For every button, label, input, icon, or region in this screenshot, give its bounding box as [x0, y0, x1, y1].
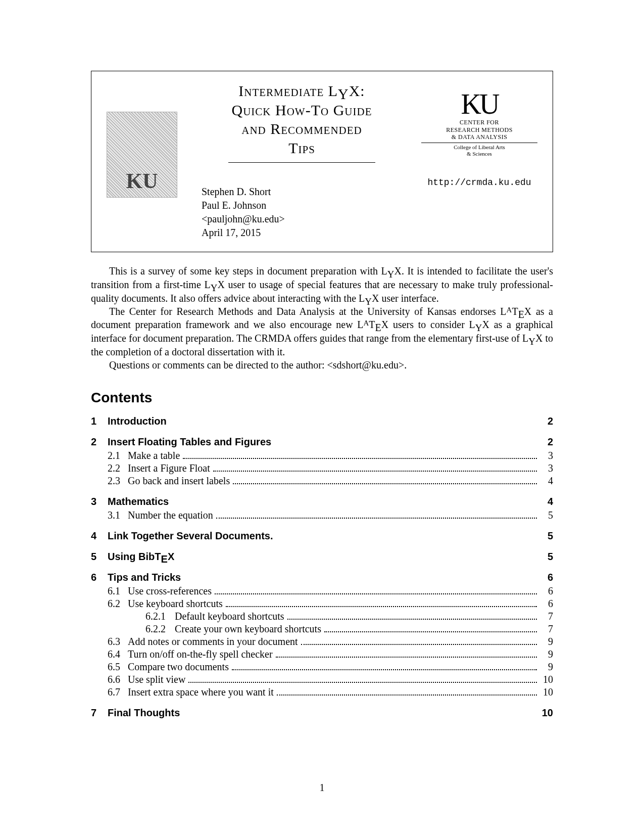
toc-entry[interactable]: 3.1Number the equation5: [91, 509, 553, 522]
toc-leader-dots: [188, 682, 537, 683]
toc-entry[interactable]: 6.2.1Default keyboard shortcuts7: [91, 610, 553, 623]
toc-leader-dots: [213, 471, 537, 472]
toc-entry[interactable]: 2.2Insert a Figure Float3: [91, 462, 553, 475]
toc-leader-dots: [226, 606, 537, 607]
toc-page-number: 6: [539, 597, 553, 610]
author-name-2: Paul E. Johnson: [202, 199, 407, 212]
toc-entry[interactable]: 6Tips and Tricks6: [91, 571, 553, 584]
author-name-1: Stephen D. Short: [202, 185, 407, 199]
toc-number: 7: [91, 707, 108, 719]
toc-title: Insert Floating Tables and Figures: [108, 436, 271, 448]
toc-number: 6.1: [108, 585, 128, 597]
toc-number: 1: [91, 415, 108, 428]
toc-leader-dots: [277, 694, 537, 696]
toc-number: 6.5: [108, 661, 128, 673]
toc-page-number: 10: [539, 686, 553, 699]
toc-title: Number the equation: [128, 509, 213, 522]
toc-leader-dots: [216, 518, 537, 519]
toc-entry[interactable]: 3Mathematics4: [91, 495, 553, 508]
toc-title: Use cross-references: [128, 585, 212, 597]
toc-number: 6.2: [108, 597, 128, 610]
toc-page-number: 5: [539, 530, 553, 542]
toc-title: Use split view: [128, 673, 185, 686]
toc-entry[interactable]: 6.6Use split view10: [91, 673, 553, 686]
toc-entry[interactable]: 4Link Together Several Documents.5: [91, 530, 553, 542]
toc-number: 4: [91, 530, 108, 542]
jayhawk-logo-col: KU: [107, 81, 182, 198]
toc-page-number: 2: [539, 436, 553, 448]
toc-page-number: 9: [539, 661, 553, 673]
toc-page-number: 7: [539, 623, 553, 635]
jayhawk-logo: KU: [107, 112, 177, 198]
toc-entry[interactable]: 2.1Make a table3: [91, 449, 553, 462]
college-label: College of Liberal Arts & Sciences: [421, 144, 537, 157]
toc-title: Insert extra space where you want it: [128, 686, 274, 699]
toc-entry[interactable]: 2.3Go back and insert labels4: [91, 475, 553, 487]
toc-title: Insert a Figure Float: [128, 462, 210, 475]
toc-number: 3: [91, 495, 108, 508]
toc-number: 2.3: [108, 475, 128, 487]
toc-leader-dots: [287, 619, 537, 620]
toc-page-number: 6: [539, 571, 553, 584]
document-page: KU Intermediate LYX: Quick How-To Guide …: [0, 0, 644, 834]
toc-page-number: 10: [539, 673, 553, 686]
toc-title: Turn on/off on-the-fly spell checker: [128, 648, 273, 661]
toc-page-number: 2: [539, 415, 553, 428]
toc-page-number: 9: [539, 648, 553, 661]
document-title: Intermediate LYX: Quick How-To Guide and…: [196, 81, 407, 157]
toc-entry[interactable]: 1Introduction2: [91, 415, 553, 428]
toc-entry[interactable]: 6.2Use keyboard shortcuts6: [91, 597, 553, 610]
author-block: Stephen D. Short Paul E. Johnson <pauljo…: [202, 185, 407, 240]
toc-number: 2.1: [108, 449, 128, 462]
toc-number: 6.7: [108, 686, 128, 699]
toc-number: 2.2: [108, 462, 128, 475]
toc-entry[interactable]: 2Insert Floating Tables and Figures2: [91, 436, 553, 448]
toc-number: 2: [91, 436, 108, 448]
toc-number: 6.6: [108, 673, 128, 686]
intro-para-3: Questions or comments can be directed to…: [91, 358, 553, 372]
title-rule: [228, 162, 376, 163]
toc-number: 6.3: [108, 635, 128, 648]
toc-number: 6: [91, 571, 108, 584]
toc-number: 3.1: [108, 509, 128, 522]
toc-entry[interactable]: 6.1Use cross-references6: [91, 585, 553, 597]
toc-number: 6.2.2: [145, 623, 175, 635]
toc-page-number: 3: [539, 449, 553, 462]
intro-para-1: This is a survey of some key steps in do…: [91, 264, 553, 305]
toc-entry[interactable]: 6.3Add notes or comments in your documen…: [91, 635, 553, 648]
toc-entry[interactable]: 6.2.2Create your own keyboard shortcuts7: [91, 623, 553, 635]
toc-title: Tips and Tricks: [108, 571, 181, 584]
toc-title: Use keyboard shortcuts: [128, 597, 223, 610]
toc-title: Default keyboard shortcuts: [175, 610, 284, 623]
toc-leader-dots: [215, 593, 537, 594]
toc-page-number: 5: [539, 509, 553, 522]
title-column: Intermediate LYX: Quick How-To Guide and…: [196, 81, 407, 240]
toc-leader-dots: [233, 483, 537, 484]
contents-heading: Contents: [91, 390, 553, 406]
toc-leader-dots: [324, 631, 537, 632]
toc-entry[interactable]: 6.5Compare two documents9: [91, 661, 553, 673]
toc-number: 6.4: [108, 648, 128, 661]
toc-title: Introduction: [108, 415, 167, 428]
toc-title: Compare two documents: [128, 661, 229, 673]
toc-leader-dots: [183, 458, 537, 459]
toc-page-number: 7: [539, 610, 553, 623]
toc-entry[interactable]: 6.4Turn on/off on-the-fly spell checker9: [91, 648, 553, 661]
page-number: 1: [0, 782, 644, 794]
toc-title: Create your own keyboard shortcuts: [175, 623, 321, 635]
toc-title: Add notes or comments in your document: [128, 635, 298, 648]
toc-entry[interactable]: 5Using BibTEX5: [91, 550, 553, 563]
toc-title: Go back and insert labels: [128, 475, 230, 487]
abstract-text: This is a survey of some key steps in do…: [91, 264, 553, 371]
toc-leader-dots: [301, 644, 537, 645]
crmda-label: CENTER FOR RESEARCH METHODS & DATA ANALY…: [421, 119, 537, 143]
toc-leader-dots: [232, 669, 537, 670]
toc-page-number: 9: [539, 635, 553, 648]
toc-title: Using BibTEX: [108, 550, 174, 563]
toc-entry[interactable]: 7Final Thoughts10: [91, 707, 553, 719]
document-date: April 17, 2015: [202, 226, 407, 240]
toc-entry[interactable]: 6.7Insert extra space where you want it1…: [91, 686, 553, 699]
toc-page-number: 3: [539, 462, 553, 475]
toc-page-number: 5: [539, 550, 553, 563]
ku-wordmark: KU: [421, 91, 537, 117]
